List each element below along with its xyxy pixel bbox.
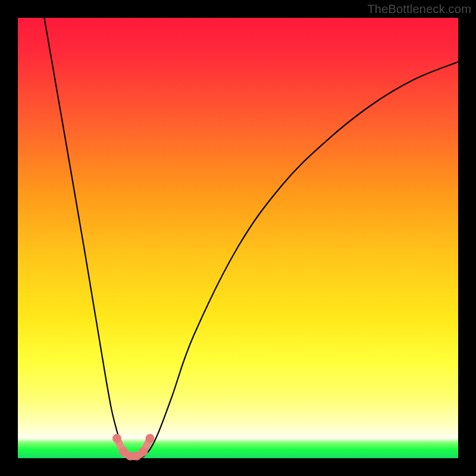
bottleneck-curve-path	[44, 18, 458, 459]
bottleneck-curve-svg	[18, 18, 458, 458]
watermark-text: TheBottleneck.com	[367, 2, 471, 16]
marker-dot	[139, 447, 148, 456]
marker-dot	[112, 434, 121, 443]
chart-plot-area	[18, 18, 458, 458]
marker-dot	[146, 434, 155, 443]
